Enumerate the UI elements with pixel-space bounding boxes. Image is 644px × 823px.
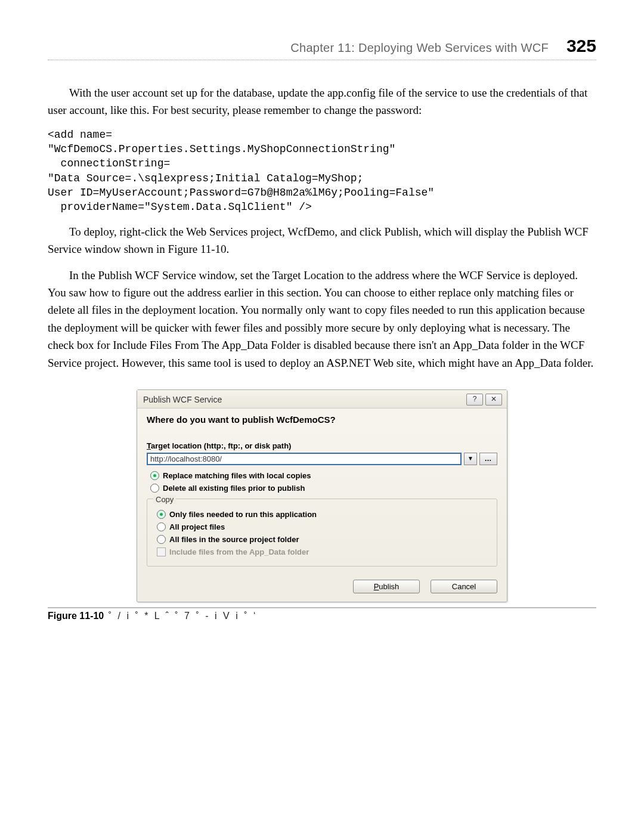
radio-replace[interactable]: Replace matching files with local copies <box>150 471 497 480</box>
radio-icon <box>157 510 166 519</box>
titlebar: Publish WCF Service ? ✕ <box>137 390 507 409</box>
radio-label: All project files <box>169 522 225 531</box>
dialog-screenshot: Publish WCF Service ? ✕ Where do you wan… <box>48 389 596 602</box>
cancel-button[interactable]: Cancel <box>431 580 497 593</box>
check-appdata: Include files from the App_Data folder <box>157 547 491 556</box>
figure-caption: Figure 11-10 ˚ / i ˚ * L ˆ ˚ 7 ˚ - i V i… <box>48 611 596 621</box>
dialog-heading: Where do you want to publish WcfDemoCS? <box>147 414 497 425</box>
radio-label: Delete all existing files prior to publi… <box>163 484 305 493</box>
paragraph: With the user account set up for the dat… <box>48 84 596 119</box>
target-input-row: http://localhost:8080/ ▼ … <box>147 453 497 465</box>
radio-label: All files in the source project folder <box>169 535 299 544</box>
checkbox-label: Include files from the App_Data folder <box>169 547 309 556</box>
radio-delete[interactable]: Delete all existing files prior to publi… <box>150 484 497 493</box>
radio-label: Replace matching files with local copies <box>163 471 311 480</box>
figure-garble: ˚ / i ˚ * L ˆ ˚ 7 ˚ - i V i ˚ ‘ <box>104 611 257 621</box>
dialog-title: Publish WCF Service <box>143 395 222 404</box>
publish-dialog: Publish WCF Service ? ✕ Where do you wan… <box>137 389 507 602</box>
page: Chapter 11: Deploying Web Services with … <box>0 0 644 645</box>
copy-group: Copy Only files needed to run this appli… <box>147 499 497 567</box>
paragraph: To deploy, right-click the Web Services … <box>48 223 596 258</box>
target-label: Target location (http:, ftp:, or disk pa… <box>147 441 497 450</box>
window-buttons: ? ✕ <box>466 394 502 406</box>
radio-icon <box>157 535 166 544</box>
radio-icon <box>157 522 166 531</box>
code-block: <add name= "WcfDemoCS.Properties.Setting… <box>48 128 596 215</box>
figure-rule <box>48 607 596 608</box>
dialog-footer: Publish Cancel <box>137 574 507 602</box>
page-number: 325 <box>566 36 596 56</box>
page-header: Chapter 11: Deploying Web Services with … <box>48 36 596 60</box>
radio-icon <box>150 471 159 480</box>
chapter-title: Chapter 11: Deploying Web Services with … <box>290 41 549 55</box>
help-icon[interactable]: ? <box>466 394 483 406</box>
radio-label: Only files needed to run this applicatio… <box>169 510 317 519</box>
mnemonic: T <box>147 441 151 450</box>
checkbox-icon <box>157 547 166 556</box>
label-text: arget location (http:, ftp:, or disk pat… <box>151 441 291 450</box>
browse-button[interactable]: … <box>479 453 497 465</box>
publish-button[interactable]: Publish <box>353 580 420 593</box>
group-title: Copy <box>153 495 176 504</box>
radio-all-project[interactable]: All project files <box>157 522 491 531</box>
radio-only-needed[interactable]: Only files needed to run this applicatio… <box>157 510 491 519</box>
dialog-body: Where do you want to publish WcfDemoCS? … <box>137 409 507 574</box>
paragraph: In the Publish WCF Service window, set t… <box>48 267 596 372</box>
dropdown-icon[interactable]: ▼ <box>464 453 477 465</box>
figure-label: Figure 11-10 <box>48 611 104 621</box>
radio-all-source[interactable]: All files in the source project folder <box>157 535 491 544</box>
radio-icon <box>150 484 159 493</box>
target-location-input[interactable]: http://localhost:8080/ <box>147 453 462 465</box>
close-icon[interactable]: ✕ <box>485 394 502 406</box>
